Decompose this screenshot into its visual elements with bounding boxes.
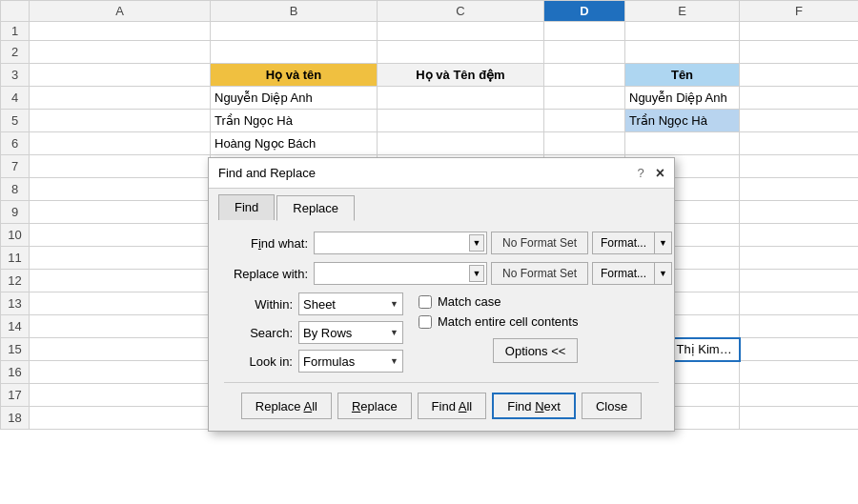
match-entire-checkbox[interactable] (419, 315, 432, 329)
cell-f10[interactable] (740, 224, 859, 247)
search-select[interactable]: By Rows ▼ (298, 321, 403, 344)
cell-f2[interactable] (740, 41, 859, 64)
look-in-select[interactable]: Formulas ▼ (298, 350, 403, 373)
cell-e4[interactable]: Nguyễn Diệp Anh (625, 87, 740, 110)
row-num: 14 (1, 315, 30, 338)
replace-button[interactable]: Replace (337, 393, 412, 419)
cell-a7[interactable] (30, 155, 211, 178)
cell-f15[interactable] (740, 338, 859, 361)
find-all-button[interactable]: Find All (418, 393, 487, 419)
dialog-close-button[interactable]: × (656, 166, 664, 181)
cell-b4[interactable]: Nguyễn Diệp Anh (211, 87, 378, 110)
cell-f13[interactable] (740, 292, 859, 315)
cell-f18[interactable] (740, 407, 859, 430)
search-row: Search: By Rows ▼ (224, 321, 403, 344)
cell-a17[interactable] (30, 384, 211, 407)
replace-all-button[interactable]: Replace All (241, 393, 332, 419)
col-header-f[interactable]: F (740, 1, 859, 22)
cell-f7[interactable] (740, 155, 859, 178)
match-case-checkbox[interactable] (419, 295, 432, 309)
cell-a3[interactable] (30, 64, 211, 87)
cell-a11[interactable] (30, 247, 211, 270)
row-num: 15 (1, 338, 30, 361)
col-header-c[interactable]: C (378, 1, 544, 22)
cell-b3[interactable]: Họ và tên (211, 64, 378, 87)
find-format-button[interactable]: Format... ▼ (592, 232, 672, 254)
replace-format-dropdown-icon[interactable]: ▼ (655, 263, 671, 284)
row-num: 13 (1, 292, 30, 315)
cell-a6[interactable] (30, 132, 211, 155)
cell-e6[interactable] (625, 132, 740, 155)
cell-f3[interactable] (740, 64, 859, 87)
cell-f16[interactable] (740, 361, 859, 384)
cell-b6[interactable]: Hoàng Ngọc Bách (211, 132, 378, 155)
find-format-dropdown-icon[interactable]: ▼ (655, 232, 671, 253)
close-label: Close (596, 399, 627, 413)
cell-a9[interactable] (30, 201, 211, 224)
cell-f11[interactable] (740, 247, 859, 270)
cell-e3[interactable]: Tên (625, 64, 740, 87)
cell-f6[interactable] (740, 132, 859, 155)
cell-c6[interactable] (378, 132, 544, 155)
cell-c3[interactable]: Họ và Tên đệm (378, 64, 544, 87)
cell-a18[interactable] (30, 407, 211, 430)
within-select[interactable]: Sheet ▼ (298, 292, 403, 315)
options-btn-row: Options << (419, 338, 578, 363)
cell-f5[interactable] (740, 110, 859, 132)
cell-a1[interactable] (30, 22, 211, 41)
cell-b2[interactable] (211, 41, 378, 64)
col-header-e[interactable]: E (625, 1, 740, 22)
cell-a15[interactable] (30, 338, 211, 361)
cell-e1[interactable] (625, 22, 740, 41)
cell-a10[interactable] (30, 224, 211, 247)
cell-d1[interactable] (544, 22, 625, 41)
row-num: 17 (1, 384, 30, 407)
cell-a4[interactable] (30, 87, 211, 110)
cell-c1[interactable] (378, 22, 544, 41)
cell-a2[interactable] (30, 41, 211, 64)
cell-a13[interactable] (30, 292, 211, 315)
cell-a8[interactable] (30, 178, 211, 201)
replace-with-input[interactable] (318, 267, 466, 281)
replace-format-button[interactable]: Format... ▼ (592, 262, 672, 285)
options-toggle-button[interactable]: Options << (493, 338, 579, 363)
cell-d4[interactable] (544, 87, 625, 110)
tab-find[interactable]: Find (218, 194, 275, 220)
cell-e5[interactable]: Trần Ngọc Hà (625, 110, 740, 132)
find-what-input[interactable] (318, 236, 466, 251)
help-button[interactable]: ? (637, 166, 644, 180)
find-what-input-wrapper: ▼ (314, 232, 487, 254)
cell-b5[interactable]: Trần Ngọc Hà (211, 110, 378, 132)
find-what-dropdown[interactable]: ▼ (469, 234, 484, 252)
cell-f9[interactable] (740, 201, 859, 224)
cell-c4[interactable] (378, 87, 544, 110)
cell-f4[interactable] (740, 87, 859, 110)
cell-f8[interactable] (740, 178, 859, 201)
find-next-label: Find Next (507, 399, 561, 413)
cell-f1[interactable] (740, 22, 859, 41)
cell-f14[interactable] (740, 315, 859, 338)
cell-d6[interactable] (544, 132, 625, 155)
cell-c5[interactable] (378, 110, 544, 132)
cell-a12[interactable] (30, 270, 211, 292)
col-header-b[interactable]: B (211, 1, 378, 22)
find-next-button[interactable]: Find Next (492, 393, 576, 419)
col-header-d[interactable]: D (544, 1, 625, 22)
cell-d3[interactable] (544, 64, 625, 87)
tab-replace[interactable]: Replace (276, 195, 355, 221)
cell-f12[interactable] (740, 270, 859, 292)
cell-d5[interactable] (544, 110, 625, 132)
cell-e2[interactable] (625, 41, 740, 64)
cell-c2[interactable] (378, 41, 544, 64)
replace-label: Replace (352, 399, 398, 413)
cell-f17[interactable] (740, 384, 859, 407)
cell-a5[interactable] (30, 110, 211, 132)
replace-with-dropdown[interactable]: ▼ (469, 265, 484, 282)
cell-a16[interactable] (30, 361, 211, 384)
close-button[interactable]: Close (582, 393, 642, 419)
col-header-a[interactable]: A (30, 1, 211, 22)
find-what-label: Find what: (224, 236, 308, 251)
cell-b1[interactable] (211, 22, 378, 41)
cell-a14[interactable] (30, 315, 211, 338)
cell-d2[interactable] (544, 41, 625, 64)
